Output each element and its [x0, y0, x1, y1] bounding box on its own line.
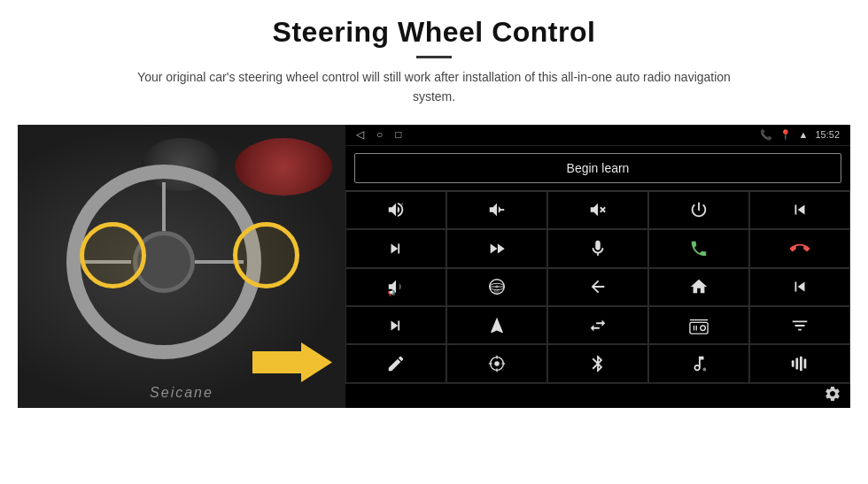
nav-buttons: ◁ ○ □ [356, 128, 402, 142]
controls-grid: + [345, 190, 850, 383]
radio-button[interactable] [648, 306, 749, 344]
navigate-button[interactable] [446, 306, 547, 344]
back-button[interactable] [547, 268, 648, 306]
svg-point-22 [703, 368, 707, 372]
horn-button[interactable]: 📢 [345, 268, 446, 306]
wifi-icon: ▲ [799, 129, 809, 140]
vol-down-button[interactable] [446, 191, 547, 229]
rewind-button[interactable] [749, 268, 850, 306]
status-time: 15:52 [815, 129, 840, 140]
vol-mute-button[interactable] [547, 191, 648, 229]
phone-hang-button[interactable] [749, 229, 850, 267]
seicane-watermark: Seicane [150, 385, 213, 401]
svg-text:+: + [401, 203, 404, 208]
svg-rect-26 [804, 359, 807, 369]
prev-track-button[interactable] [749, 191, 850, 229]
skip-forward-button[interactable] [345, 306, 446, 344]
page-title: Steering Wheel Control [124, 16, 744, 49]
mic-button[interactable] [547, 229, 648, 267]
yellow-arrow [252, 342, 332, 382]
svg-marker-0 [252, 342, 332, 382]
pen-button[interactable] [345, 344, 446, 382]
svg-point-9 [495, 285, 499, 288]
android-panel: ◁ ○ □ 📞 📍 ▲ 15:52 Begin learn [345, 125, 850, 408]
next-track-button[interactable] [345, 229, 446, 267]
status-right: 📞 📍 ▲ 15:52 [760, 129, 840, 141]
bottom-bar [345, 383, 850, 408]
swap-button[interactable] [547, 306, 648, 344]
home-nav-icon[interactable]: ○ [376, 128, 383, 142]
title-divider [416, 56, 452, 58]
begin-learn-button[interactable]: Begin learn [354, 153, 841, 183]
svg-rect-25 [800, 357, 802, 372]
power-button[interactable] [648, 191, 749, 229]
svg-point-12 [701, 326, 706, 331]
subtitle-text: Your original car's steering wheel contr… [124, 67, 744, 107]
equalizer-button[interactable] [749, 306, 850, 344]
svg-text:360°: 360° [493, 291, 500, 295]
svg-text:📢: 📢 [388, 289, 395, 296]
svg-rect-23 [792, 360, 794, 366]
circle-settings-button[interactable] [446, 344, 547, 382]
content-row: Seicane ◁ ○ □ 📞 📍 ▲ 15:52 Begin [18, 125, 850, 408]
bluetooth-button[interactable] [547, 344, 648, 382]
highlight-circle-left [80, 222, 146, 288]
360-view-button[interactable]: 360° [446, 268, 547, 306]
music-settings-button[interactable] [648, 344, 749, 382]
status-bar: ◁ ○ □ 📞 📍 ▲ 15:52 [345, 125, 850, 146]
fast-forward-button[interactable] [446, 229, 547, 267]
phone-icon: 📞 [760, 129, 772, 141]
highlight-circle-right [233, 222, 299, 288]
home-button[interactable] [648, 268, 749, 306]
begin-learn-row: Begin learn [345, 146, 850, 190]
phone-answer-button[interactable] [648, 229, 749, 267]
page-wrapper: Steering Wheel Control Your original car… [0, 0, 868, 484]
waveform-button[interactable] [749, 344, 850, 382]
back-nav-icon[interactable]: ◁ [356, 128, 364, 142]
settings-gear-button[interactable] [824, 385, 841, 407]
svg-rect-24 [795, 358, 798, 370]
steering-wheel-image: Seicane [18, 125, 345, 408]
svg-point-17 [494, 361, 500, 366]
title-section: Steering Wheel Control Your original car… [124, 16, 744, 107]
recents-nav-icon[interactable]: □ [395, 128, 401, 142]
location-icon: 📍 [779, 129, 792, 141]
vol-up-button[interactable]: + [345, 191, 446, 229]
